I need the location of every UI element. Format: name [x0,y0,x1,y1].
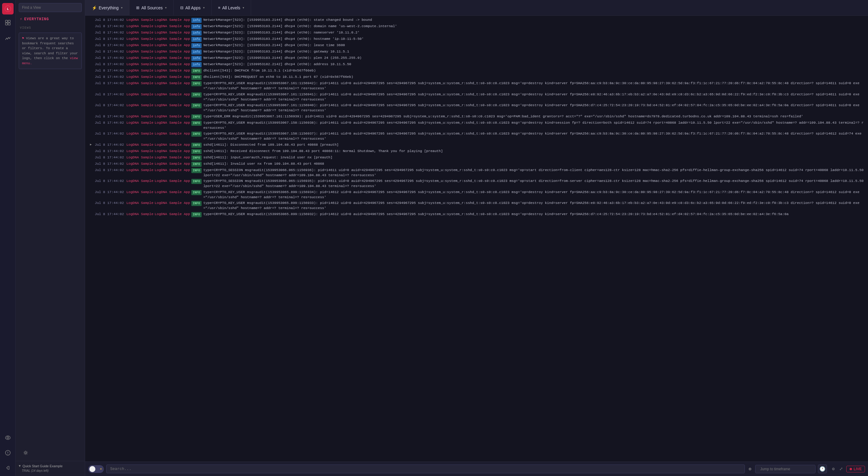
log-source[interactable]: LogDNA Sample [126,36,154,41]
clock-button[interactable]: 🕐 [818,465,827,473]
toggle-switch[interactable]: ☀ [88,465,104,473]
search-input[interactable] [106,465,745,473]
expand-icon[interactable]: ⤢ [838,466,844,472]
log-row[interactable]: Jul 8 17:44:02 LogDNA Sample LogDNA Samp… [85,148,868,154]
log-source[interactable]: LogDNA Sample [126,92,154,97]
log-source[interactable]: LogDNA Sample [126,102,154,108]
log-app[interactable]: LogDNA Sample App [155,68,190,73]
search-help-icon[interactable]: ⊕ [747,465,753,473]
eye-icon-btn[interactable] [2,432,13,443]
logo-button[interactable]: L [2,3,13,14]
log-source[interactable]: LogDNA Sample [126,212,154,217]
log-app[interactable]: LogDNA Sample App [155,178,190,183]
log-row[interactable]: Jul 8 17:44:02 LogDNA Sample LogDNA Samp… [85,23,868,30]
log-source[interactable]: LogDNA Sample [126,81,154,86]
log-app[interactable]: LogDNA Sample App [155,114,190,119]
log-source[interactable]: LogDNA Sample [126,149,154,154]
settings-bottom-icon[interactable]: ⚙ [831,466,836,472]
log-app[interactable]: LogDNA Sample App [155,142,190,147]
log-source[interactable]: LogDNA Sample [126,74,154,80]
all-sources-tab[interactable]: ⊞ All Sources ▾ [129,0,174,15]
log-app[interactable]: LogDNA Sample App [155,161,190,166]
log-app[interactable]: LogDNA Sample App [155,102,190,108]
activity-icon-btn[interactable] [2,33,13,45]
log-app[interactable]: LogDNA Sample App [155,189,190,195]
log-app[interactable]: LogDNA Sample App [155,24,190,29]
settings-icon-btn[interactable] [20,447,31,458]
log-source[interactable]: LogDNA Sample [126,142,154,147]
log-app[interactable]: LogDNA Sample App [155,36,190,41]
log-source[interactable]: LogDNA Sample [126,55,154,60]
log-row[interactable]: Jul 8 17:44:02 LogDNA Sample LogDNA Samp… [85,91,868,102]
log-source[interactable]: LogDNA Sample [126,155,154,160]
log-row[interactable]: Jul 8 17:44:02 LogDNA Sample LogDNA Samp… [85,80,868,91]
log-source[interactable]: LogDNA Sample [126,24,154,29]
warning-icon-btn[interactable] [2,447,13,458]
everything-nav-item[interactable]: ⚡ EVERYTHING [16,15,85,25]
log-row[interactable]: Jul 8 17:44:02 LogDNA Sample LogDNA Samp… [85,131,868,142]
log-row[interactable]: Jul 8 17:44:02 LogDNA Sample LogDNA Samp… [85,189,868,200]
layout-icon-btn[interactable] [2,17,13,28]
log-row[interactable]: Jul 8 17:44:02 LogDNA Sample LogDNA Samp… [85,178,868,189]
all-apps-tab[interactable]: ⊟ All Apps ▾ [174,0,212,15]
log-source[interactable]: LogDNA Sample [126,178,154,183]
log-row[interactable]: Jul 8 17:44:02 LogDNA Sample LogDNA Samp… [85,55,868,61]
live-button[interactable]: LIVE [846,466,865,472]
all-levels-tab[interactable]: ≡ All Levels ▾ [212,0,251,15]
log-source[interactable]: LogDNA Sample [126,131,154,136]
log-source[interactable]: LogDNA Sample [126,167,154,172]
log-source[interactable]: LogDNA Sample [126,30,154,35]
log-source[interactable]: LogDNA Sample [126,42,154,47]
log-app[interactable]: LogDNA Sample App [155,120,190,125]
log-app[interactable]: LogDNA Sample App [155,155,190,160]
log-row[interactable]: Jul 8 17:44:02 LogDNA Sample LogDNA Samp… [85,120,868,131]
log-app[interactable]: LogDNA Sample App [155,74,190,80]
log-source[interactable]: LogDNA Sample [126,17,154,22]
log-source[interactable]: LogDNA Sample [126,200,154,205]
log-row[interactable]: Jul 8 17:44:02 LogDNA Sample LogDNA Samp… [85,154,868,161]
log-area[interactable]: Jul 8 17:44:02 LogDNA Sample LogDNA Samp… [85,16,868,462]
collapse-sidebar-btn[interactable] [2,462,13,474]
log-app[interactable]: LogDNA Sample App [155,62,190,67]
log-source[interactable]: LogDNA Sample [126,120,154,125]
log-row[interactable]: Jul 8 17:44:02 LogDNA Sample LogDNA Samp… [85,161,868,167]
log-app[interactable]: LogDNA Sample App [155,49,190,54]
log-app[interactable]: LogDNA Sample App [155,55,190,60]
log-app[interactable]: LogDNA Sample App [155,81,190,86]
log-app[interactable]: LogDNA Sample App [155,212,190,217]
log-source[interactable]: LogDNA Sample [126,49,154,54]
log-source[interactable]: LogDNA Sample [126,68,154,73]
jump-to-timeframe-input[interactable] [755,465,815,473]
log-app[interactable]: LogDNA Sample App [155,131,190,136]
log-row[interactable]: Jul 8 17:44:02 LogDNA Sample LogDNA Samp… [85,211,868,218]
log-row[interactable]: Jul 8 17:44:02 LogDNA Sample LogDNA Samp… [85,167,868,178]
log-app[interactable]: LogDNA Sample App [155,17,190,22]
log-row[interactable]: Jul 8 17:44:02 LogDNA Sample LogDNA Samp… [85,42,868,49]
log-app[interactable]: LogDNA Sample App [155,30,190,35]
log-app[interactable]: LogDNA Sample App [155,200,190,205]
log-row[interactable]: Jul 8 17:44:02 LogDNA Sample LogDNA Samp… [85,61,868,68]
log-row[interactable]: Jul 8 17:44:02 LogDNA Sample LogDNA Samp… [85,30,868,36]
log-row[interactable]: Jul 8 17:44:02 LogDNA Sample LogDNA Samp… [85,114,868,120]
log-app[interactable]: LogDNA Sample App [155,92,190,97]
log-row[interactable]: Jul 8 17:44:02 LogDNA Sample LogDNA Samp… [85,74,868,80]
log-source[interactable]: LogDNA Sample [126,62,154,67]
quick-start-header[interactable]: ▼ Quick Start Guide Example [19,463,82,469]
expand-arrow[interactable]: ▶ [90,142,95,147]
log-app[interactable]: LogDNA Sample App [155,42,190,47]
log-source[interactable]: LogDNA Sample [126,161,154,166]
log-source[interactable]: LogDNA Sample [126,189,154,195]
log-row[interactable]: Jul 8 17:44:02 LogDNA Sample LogDNA Samp… [85,36,868,42]
find-view-input[interactable] [19,3,82,12]
log-row[interactable]: Jul 8 17:44:02 LogDNA Sample LogDNA Samp… [85,200,868,211]
log-source[interactable]: LogDNA Sample [126,114,154,119]
svg-rect-4 [5,23,7,25]
log-row[interactable]: Jul 8 17:44:02 LogDNA Sample LogDNA Samp… [85,68,868,74]
log-row[interactable]: ▶ Jul 8 17:44:02 LogDNA Sample LogDNA Sa… [85,142,868,148]
log-row[interactable]: Jul 8 17:44:02 LogDNA Sample LogDNA Samp… [85,49,868,55]
log-row[interactable]: Jul 8 17:44:02 LogDNA Sample LogDNA Samp… [85,17,868,23]
everything-tab[interactable]: ⚡ Everything ▾ [85,0,129,15]
log-app[interactable]: LogDNA Sample App [155,167,190,172]
log-app[interactable]: LogDNA Sample App [155,149,190,154]
log-row[interactable]: Jul 8 17:44:02 LogDNA Sample LogDNA Samp… [85,102,868,114]
